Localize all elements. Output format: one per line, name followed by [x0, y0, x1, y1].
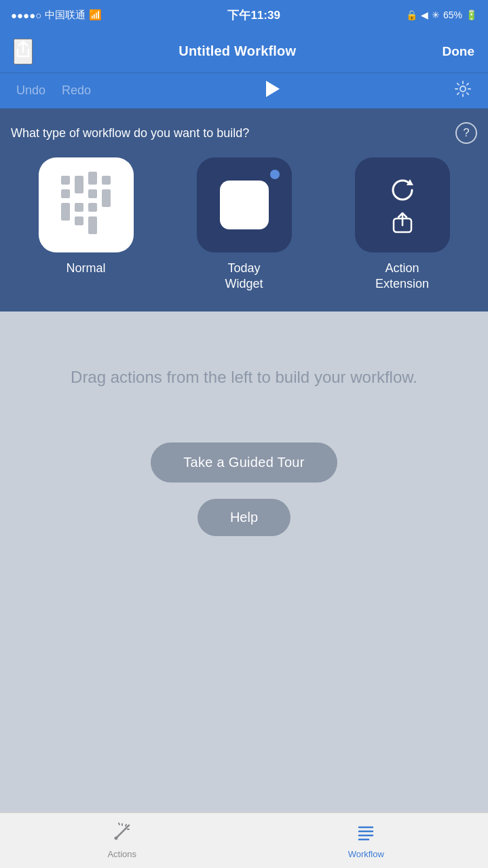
main-content: Drag actions from the left to build your…: [0, 312, 488, 705]
today-label: TodayWidget: [225, 261, 263, 293]
nav-title: Untitled Workflow: [179, 43, 296, 59]
share-button[interactable]: [14, 39, 33, 64]
done-button[interactable]: Done: [443, 44, 475, 59]
redo-button[interactable]: Redo: [62, 83, 91, 98]
action-icon-inner: [388, 175, 417, 235]
actions-tab-icon: [113, 823, 132, 846]
toolbar: Undo Redo: [0, 73, 488, 109]
guided-tour-button[interactable]: Take a Guided Tour: [151, 442, 337, 483]
help-circle-button[interactable]: ?: [455, 122, 477, 144]
refresh-icon: [388, 175, 417, 205]
settings-button[interactable]: [454, 80, 472, 102]
status-right: 🔒 ◀ ✳ 65% 🔋: [406, 10, 477, 20]
svg-line-8: [126, 825, 126, 826]
workflow-tab-label: Workflow: [348, 849, 384, 859]
undo-button[interactable]: Undo: [16, 83, 45, 98]
play-button[interactable]: [266, 81, 280, 100]
status-left: ●●●●○ 中国联通 📶: [11, 9, 102, 22]
normal-icon: [39, 157, 134, 252]
help-button[interactable]: Help: [198, 499, 290, 536]
location-icon: ◀: [421, 10, 428, 20]
type-options: Normal TodayWidget: [11, 157, 477, 293]
carrier: 中国联通: [45, 9, 86, 22]
battery-label: 65%: [443, 10, 462, 20]
wand-icon: [113, 823, 132, 842]
actions-tab-label: Actions: [107, 849, 136, 859]
svg-line-10: [119, 823, 119, 825]
type-option-normal[interactable]: Normal: [11, 157, 161, 293]
bluetooth-icon: ✳: [432, 10, 440, 20]
type-option-action[interactable]: ActionExtension: [327, 157, 477, 293]
type-question: What type of workflow do you want to bui…: [11, 122, 477, 144]
signal-dots: ●●●●○: [11, 10, 41, 21]
svg-line-5: [126, 825, 129, 828]
action-icon: [355, 157, 450, 252]
type-selector: What type of workflow do you want to bui…: [0, 109, 488, 312]
toolbar-left: Undo Redo: [16, 83, 91, 98]
share-icon: [391, 212, 414, 235]
drag-hint: Drag actions from the left to build your…: [71, 366, 417, 389]
battery-icon: 🔋: [466, 10, 477, 20]
workflow-tab-icon: [356, 823, 375, 846]
svg-point-6: [114, 836, 117, 839]
svg-point-1: [460, 86, 466, 92]
tab-actions[interactable]: Actions: [0, 817, 244, 865]
svg-line-4: [117, 828, 126, 837]
list-icon: [356, 823, 375, 842]
svg-marker-0: [266, 81, 280, 97]
lock-icon: 🔒: [406, 10, 417, 20]
tab-bar: Actions Workflow: [0, 812, 488, 868]
status-time: 下午11:39: [227, 7, 280, 23]
action-label: ActionExtension: [375, 261, 429, 293]
type-option-today[interactable]: TodayWidget: [169, 157, 319, 293]
wifi-icon: 📶: [89, 9, 102, 21]
today-icon: [197, 157, 292, 252]
tab-workflow[interactable]: Workflow: [244, 817, 489, 865]
normal-label: Normal: [66, 261, 105, 276]
nav-bar: Untitled Workflow Done: [0, 30, 488, 73]
status-bar: ●●●●○ 中国联通 📶 下午11:39 🔒 ◀ ✳ 65% 🔋: [0, 0, 488, 30]
type-question-text: What type of workflow do you want to bui…: [11, 126, 249, 140]
